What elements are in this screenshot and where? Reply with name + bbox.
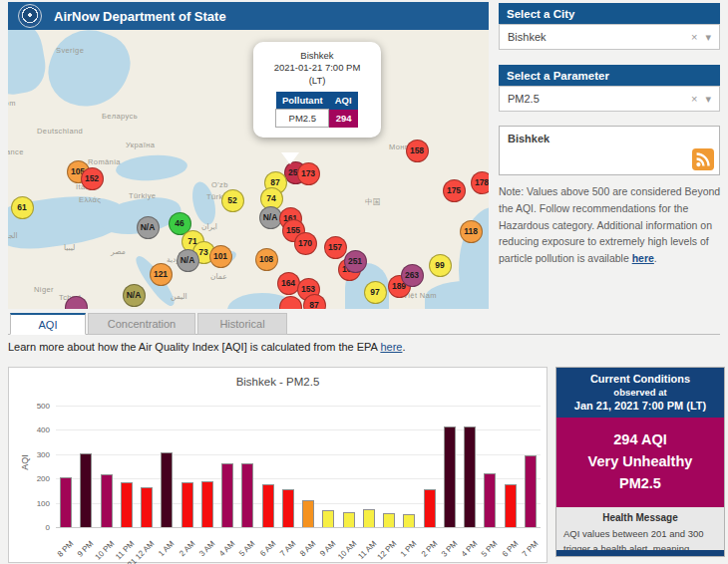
popup-pollutant-value: PM2.5 (276, 110, 329, 128)
popup-tail (281, 152, 299, 164)
aqi-category: Very Unhealthy (558, 451, 722, 473)
city-panel-header: Select a City (499, 3, 720, 24)
aqi-chart-panel: Bishkek - PM2.5 AQI 01002003004005008 PM… (8, 367, 547, 563)
current-conditions-panel: Current Conditions observed at Jan 21, 2… (555, 367, 725, 557)
aqi-marker[interactable]: 152 (81, 167, 104, 190)
y-tick-label: 400 (37, 425, 50, 434)
map-place-label: ليبيا (64, 243, 75, 252)
aqi-map[interactable]: SverigedomБеларусьDeutschlandУкраїнаFran… (8, 30, 489, 309)
aqi-marker[interactable]: 178 (471, 171, 490, 194)
map-place-label: 中国 (365, 197, 381, 207)
map-place-label: الجزائر (8, 231, 18, 240)
us-seal-icon (18, 4, 42, 28)
clear-icon[interactable]: × (691, 93, 697, 105)
popup-col-aqi: AQI (329, 92, 358, 110)
map-place-label: France (8, 147, 24, 156)
city-select[interactable]: Bishkek × ▾ (499, 24, 720, 50)
chart-bar (383, 513, 395, 527)
note-here-link[interactable]: here (632, 252, 654, 264)
popup-aqi-value: 294 (329, 110, 358, 128)
observed-at-label: observed at (558, 387, 722, 398)
map-place-label: Türkiye (129, 191, 156, 200)
aqi-marker[interactable]: 251 (344, 250, 367, 273)
chart-bar (525, 455, 537, 527)
beyond-aqi-note: Note: Values above 500 are considered Be… (499, 183, 722, 267)
aqi-marker[interactable]: 170 (294, 232, 317, 255)
rss-icon[interactable] (692, 148, 714, 170)
x-tick-label: 8 PM (56, 539, 76, 559)
y-tick-label: 0 (46, 523, 50, 532)
airnow-page: AirNow Department of State SverigedomБел… (0, 0, 728, 564)
aqi-marker[interactable]: 175 (443, 179, 466, 202)
learn-more-suffix: . (402, 341, 405, 353)
city-select-value: Bishkek (508, 31, 546, 43)
parameter-select[interactable]: PM2.5 × ▾ (499, 86, 720, 112)
map-place-label: Ελλάς (79, 195, 101, 204)
observed-datetime: Jan 21, 2021 7:00 PM (LT) (558, 400, 722, 412)
chart-bar (484, 473, 496, 527)
current-conditions-header: Current Conditions observed at Jan 21, 2… (556, 368, 724, 418)
aqi-summary-block: 294 AQI Very Unhealthy PM2.5 (556, 418, 724, 507)
aqi-marker[interactable]: 263 (401, 264, 424, 287)
parameter-panel-header: Select a Parameter (499, 65, 720, 86)
chevron-down-icon[interactable]: ▾ (705, 93, 711, 106)
aqi-marker[interactable]: N/A (123, 284, 146, 307)
chevron-down-icon[interactable]: ▾ (705, 31, 711, 44)
tab-historical[interactable]: Historical (197, 313, 287, 335)
learn-more-text: Learn more about how the Air Quality Ind… (8, 341, 380, 353)
y-tick-label: 100 (37, 498, 50, 507)
map-place-label: dom (8, 99, 16, 108)
feed-box[interactable]: Bishkek (499, 126, 720, 175)
clear-icon[interactable]: × (691, 31, 697, 43)
y-tick-label: 500 (37, 402, 50, 411)
aqi-marker[interactable]: N/A (177, 249, 199, 272)
parameter-select-value: PM2.5 (508, 93, 540, 105)
chart-title: Bishkek - PM2.5 (9, 376, 546, 388)
feed-box-text: Bishkek (508, 133, 549, 144)
gridline (56, 406, 541, 407)
aqi-marker[interactable]: 157 (324, 236, 347, 259)
tab-concentration[interactable]: Concentration (88, 313, 195, 335)
popup-col-pollutant: Pollutant (276, 92, 329, 110)
water-shape (115, 153, 188, 183)
aqi-marker[interactable]: 61 (11, 196, 34, 219)
chart-bar (141, 487, 153, 527)
chart-bar (201, 481, 213, 527)
aqi-marker[interactable]: 97 (364, 281, 387, 304)
aqi-pollutant: PM2.5 (558, 473, 722, 495)
note-text: Note: Values above 500 are considered Be… (499, 185, 720, 264)
aqi-marker[interactable]: 108 (255, 248, 278, 271)
chart-bar (343, 512, 355, 527)
y-tick-label: 300 (37, 449, 50, 458)
chart-bar (322, 510, 334, 527)
popup-datetime: 2021-01-21 7:00 PM (259, 62, 375, 74)
aqi-marker[interactable]: 52 (221, 189, 244, 212)
aqi-marker[interactable]: 164 (277, 272, 300, 295)
chart-bar (161, 452, 173, 527)
aqi-marker[interactable]: 118 (460, 220, 483, 243)
learn-more-here-link[interactable]: here (380, 341, 402, 353)
chart-bar (80, 453, 92, 527)
chart-bar (444, 426, 456, 527)
aqi-marker[interactable]: N/A (137, 216, 160, 239)
chart-bar (262, 484, 274, 527)
tab-aqi[interactable]: AQI (10, 313, 86, 335)
map-place-label: Sverige (56, 46, 84, 55)
chart-bar (121, 482, 133, 527)
aqi-marker[interactable]: 121 (150, 263, 173, 286)
aqi-marker[interactable]: 158 (406, 140, 429, 162)
chart-bar (403, 514, 415, 527)
map-popup: Bishkek 2021-01-21 7:00 PM (LT) Pollutan… (253, 42, 381, 138)
aqi-marker[interactable]: 101 (209, 245, 232, 268)
chart-bar (221, 463, 233, 527)
chart-y-axis-label: AQI (20, 454, 30, 470)
learn-more-line: Learn more about how the Air Quality Ind… (8, 341, 405, 353)
water-shape (39, 30, 139, 119)
chart-bar (464, 426, 476, 527)
aqi-marker[interactable]: 173 (297, 162, 320, 185)
aqi-value-line: 294 AQI (558, 429, 722, 451)
map-place-label: مصر (111, 247, 126, 256)
chart-bar (424, 489, 436, 527)
aqi-marker[interactable]: 99 (429, 254, 452, 277)
health-message-title: Health Message (563, 512, 717, 523)
